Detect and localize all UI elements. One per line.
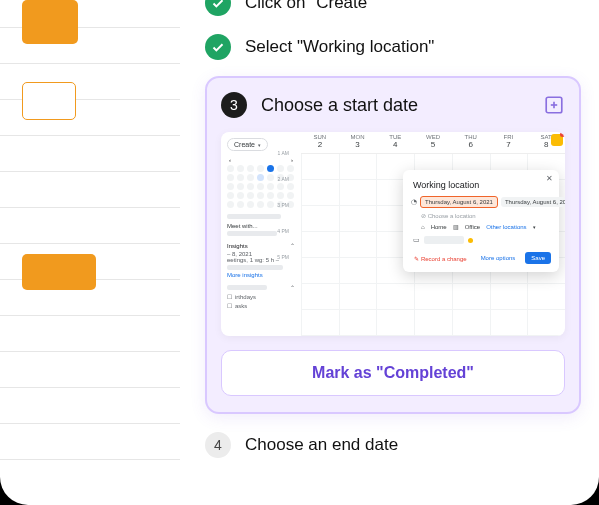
working-location-popover: ✕ Working location ◔ Thursday, August 6,…: [403, 170, 559, 272]
calendar-event-block: [22, 254, 96, 290]
save-button-mini: Save: [525, 252, 551, 264]
home-icon: ⌂: [421, 224, 425, 230]
step-badge-number: 3: [221, 92, 247, 118]
chevron-down-icon: ▾: [258, 142, 261, 148]
chevron-up-icon: ⌃: [290, 284, 295, 291]
popover-title: Working location: [413, 180, 551, 190]
active-step-title: Choose a start date: [261, 95, 529, 116]
chevron-up-icon: ⌃: [290, 242, 295, 249]
step-badge-done: [205, 34, 231, 60]
record-change-link: ✎ Record a change: [414, 255, 466, 262]
app-canvas: Click on "Create" Select "Working locati…: [0, 0, 599, 505]
check-icon: [212, 0, 224, 8]
calendar-event-block: [22, 0, 78, 44]
close-icon: ✕: [546, 174, 553, 183]
left-calendar-strip: [0, 0, 180, 505]
gcal-sidebar: Create▾ ‹› Meet wi: [221, 132, 301, 336]
mini-datepicker: ‹›: [227, 157, 295, 208]
screenshot-thumbnail[interactable]: Create▾ ‹› Meet wi: [221, 132, 565, 336]
step-label: Click on "Create": [245, 0, 373, 13]
active-step-card: 3 Choose a start date Create▾: [205, 76, 581, 414]
office-icon: ▥: [453, 223, 459, 230]
step-label: Select "Working location": [245, 37, 434, 57]
step-badge-pending: 4: [205, 432, 231, 458]
step-row-done: Select "Working location": [205, 34, 581, 60]
check-icon: [212, 43, 224, 52]
step-label: Choose an end date: [245, 435, 398, 455]
zoom-icon[interactable]: [543, 94, 565, 116]
chevron-down-icon: ▾: [533, 224, 536, 230]
clock-icon: ◔: [411, 198, 417, 206]
calendar-icon: ▭: [413, 236, 420, 244]
date-to-chip: Thursday, August 6, 2021: [501, 197, 565, 207]
mark-completed-button[interactable]: Mark as "Completed": [221, 350, 565, 396]
date-from-chip: Thursday, August 6, 2021: [420, 196, 498, 208]
color-dot: [468, 238, 473, 243]
calendar-event-block-outline: [22, 82, 76, 120]
step-badge-done: [205, 0, 231, 16]
day-header-row: SUN2 MON3 TUE4 WED5 THU6 FRI7 SAT8: [301, 132, 565, 154]
step-row-next: 4 Choose an end date: [205, 432, 581, 458]
more-options-button: More options: [475, 252, 522, 264]
step-row-previous: Click on "Create": [205, 0, 581, 16]
blurred-text: [424, 236, 464, 244]
instructions-panel: Click on "Create" Select "Working locati…: [205, 0, 581, 505]
choose-location-label: ⊘ Choose a location: [421, 212, 551, 219]
